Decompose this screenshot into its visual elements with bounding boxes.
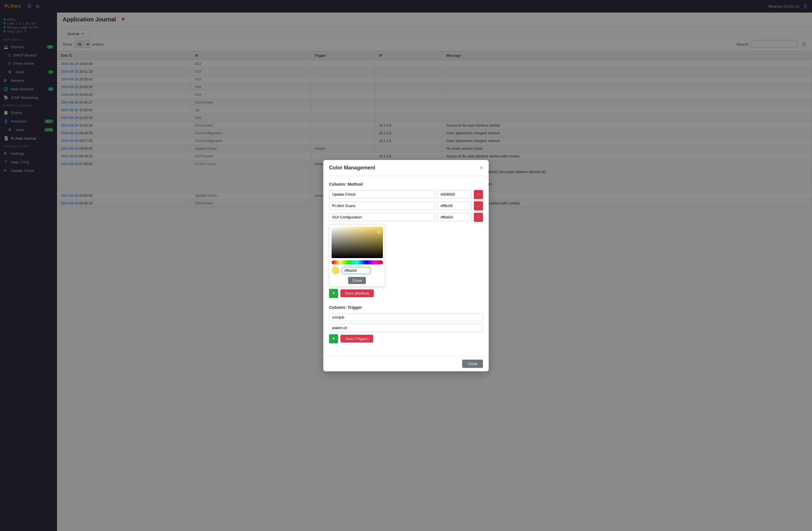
method-row-1: - <box>329 190 483 199</box>
modal-footer: Close <box>323 356 489 371</box>
method-add-save-row: + Save (Method) <box>329 289 483 298</box>
column-method-section: Column: Method - - - <box>329 182 483 298</box>
method-remove-3[interactable]: - <box>474 213 483 222</box>
method-hex-3[interactable] <box>437 213 472 221</box>
column-trigger-label: Column: Trigger <box>329 305 483 310</box>
trigger-add-save-row: + Save (Trigger) <box>329 334 483 343</box>
color-canvas[interactable] <box>332 227 383 258</box>
modal-close-button[interactable]: × <box>480 164 483 171</box>
hex-preview-row <box>332 267 382 275</box>
color-picker-popup: Close <box>329 224 385 287</box>
color-management-modal: Color Management × Column: Method - - <box>323 160 489 371</box>
method-remove-1[interactable]: - <box>474 190 483 199</box>
method-add-button[interactable]: + <box>329 289 338 298</box>
hex-input-picker[interactable] <box>342 267 371 274</box>
method-hex-1[interactable] <box>437 190 472 199</box>
modal-header: Color Management × <box>323 160 489 176</box>
modal-title: Color Management <box>329 165 375 171</box>
method-name-1[interactable] <box>329 190 435 199</box>
column-method-label: Column: Method <box>329 182 483 187</box>
color-preview-circle <box>332 267 339 275</box>
modal-overlay: Color Management × Column: Method - - <box>0 0 812 531</box>
modal-body: Column: Method - - - <box>323 176 489 356</box>
trigger-add-button[interactable]: + <box>329 334 338 343</box>
method-name-3[interactable] <box>329 213 435 221</box>
hue-slider[interactable] <box>332 260 383 264</box>
trigger-name-2[interactable] <box>329 324 483 332</box>
method-row-2: - <box>329 201 483 211</box>
trigger-save-button[interactable]: Save (Trigger) <box>340 335 373 343</box>
picker-close-button[interactable]: Close <box>348 277 365 284</box>
method-hex-2[interactable] <box>437 202 472 210</box>
method-save-button[interactable]: Save (Method) <box>340 289 374 297</box>
brightness-gradient <box>332 227 383 258</box>
color-picker-cursor <box>377 230 381 234</box>
method-remove-2[interactable]: - <box>474 201 483 211</box>
method-name-2[interactable] <box>329 202 435 210</box>
modal-footer-close-button[interactable]: Close <box>462 360 483 368</box>
column-trigger-section: Column: Trigger + Save (Trigger) <box>329 305 483 343</box>
trigger-name-1[interactable] <box>329 313 483 321</box>
trigger-row-1 <box>329 313 483 321</box>
trigger-row-2 <box>329 324 483 332</box>
color-picker-container: Close <box>329 224 483 287</box>
method-row-3: - <box>329 213 483 222</box>
hue-thumb <box>338 260 343 264</box>
